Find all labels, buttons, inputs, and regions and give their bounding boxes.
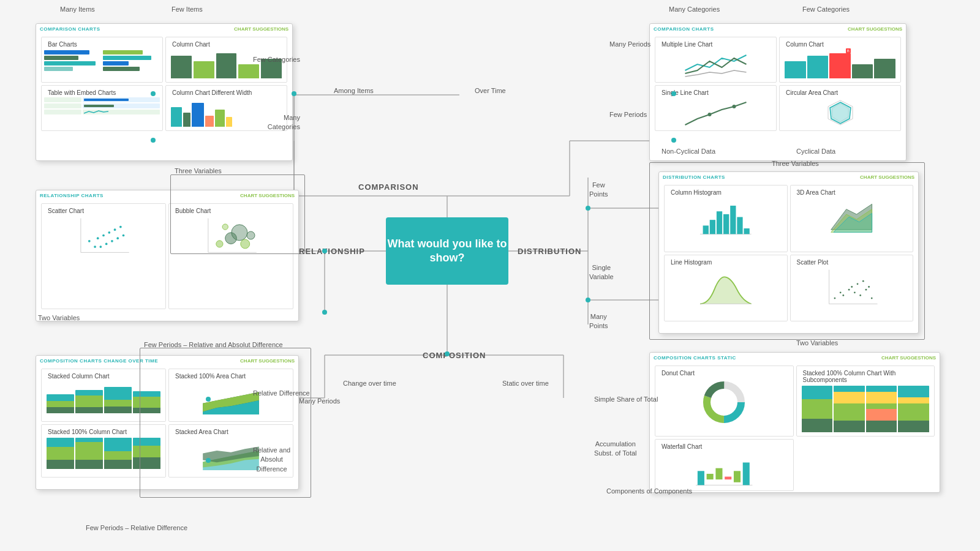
scatter-chart-title: Scatter Chart	[44, 206, 163, 216]
svg-rect-92	[707, 474, 714, 479]
svg-rect-93	[715, 468, 722, 479]
node-over-time	[671, 91, 676, 96]
svg-point-40	[114, 228, 116, 231]
many-categories-label: Many Categories	[251, 113, 300, 132]
distribution-bracket	[649, 162, 925, 340]
waterfall-title: Waterfall Chart	[658, 442, 791, 451]
comparison-label: COMPARISON	[358, 182, 419, 192]
svg-point-38	[108, 231, 110, 234]
svg-point-27	[733, 105, 736, 108]
svg-rect-96	[743, 462, 750, 485]
diagram-container: What would you like to show? COMPARISON …	[0, 0, 980, 551]
non-cyclical-label: Non-Cyclical Data	[662, 147, 715, 156]
many-items-label: Many Items	[60, 5, 95, 14]
node-few-items	[151, 91, 156, 96]
distribution-label: DISTRIBUTION	[518, 247, 581, 256]
many-points-label: ManyPoints	[589, 312, 608, 331]
multi-line-title: Multiple Line Chart	[658, 40, 774, 49]
few-periods-tr-label: Few Periods	[609, 110, 647, 119]
few-categories-label: Few Categories	[251, 55, 300, 64]
card-type-composition-right: COMPOSITION CHARTS STATIC	[654, 355, 736, 361]
single-variable-label: SingleVariable	[589, 263, 614, 282]
many-periods-tr-label: Many Periods	[609, 40, 650, 49]
three-variables-dist-label: Three Variables	[772, 159, 819, 168]
svg-point-42	[119, 226, 122, 228]
relationship-label: RELATIONSHIP	[299, 247, 365, 256]
many-categories-label-tr: Many Categories	[669, 5, 720, 14]
svg-point-33	[88, 240, 91, 242]
svg-rect-91	[698, 471, 704, 485]
two-variables-label: Two Variables	[38, 313, 80, 323]
svg-rect-95	[734, 471, 741, 482]
three-variables-label: Three Variables	[175, 167, 222, 176]
card-suggestion-comp-right: CHART SUGGESTIONS	[881, 355, 936, 361]
circular-area-title: Circular Area Chart	[782, 88, 898, 97]
few-categories-label-tr: Few Categories	[802, 5, 850, 14]
svg-point-43	[123, 234, 125, 237]
svg-point-37	[105, 243, 108, 246]
svg-point-35	[97, 237, 99, 239]
donut-chart-title: Donut Chart	[658, 369, 791, 378]
svg-point-39	[111, 240, 113, 242]
few-periods-absolute-label: Few Periods – Relative and Absolut Diffe…	[144, 340, 283, 350]
node-composition	[445, 351, 450, 356]
over-time-label: Over Time	[475, 87, 506, 94]
svg-point-44	[100, 246, 102, 248]
relative-absolut-label: Relative andAbsolutDifference	[253, 446, 290, 474]
two-variables-dist-label: Two Variables	[796, 339, 838, 348]
stacked-sub-title: Stacked 100% Column Chart With Subcompon…	[799, 369, 932, 384]
among-items-label: Among Items	[334, 87, 374, 94]
node-few-periods	[671, 138, 676, 143]
accumulation-label: AccumulationSubst. of Total	[594, 440, 637, 459]
table-embed-title: Table with Embed Charts	[44, 88, 160, 97]
center-question-box: What would you like to show?	[386, 217, 508, 285]
few-points-label: FewPoints	[589, 181, 608, 200]
composition-bracket	[140, 348, 311, 498]
static-over-time-label: Static over time	[502, 380, 549, 387]
three-variables-bracket	[170, 174, 305, 254]
column-chart-title: Column Chart	[168, 40, 284, 49]
card-type-relationship: RELATIONSHIP CHARTS	[40, 193, 104, 198]
few-items-label: Few Items	[172, 5, 203, 14]
svg-point-89	[712, 390, 736, 414]
node-many-periods-comp	[206, 397, 211, 402]
svg-point-34	[94, 246, 96, 248]
few-periods-relative-label: Few Periods – Relative Difference	[86, 523, 187, 533]
card-type-comparison: COMPARISON CHARTS	[40, 26, 100, 32]
card-suggestion-right: CHART SUGGESTIONS	[848, 26, 902, 32]
components-label: Components of Components	[606, 487, 692, 496]
change-over-time-label: Change over time	[343, 380, 396, 387]
cyclical-label: Cyclical Data	[796, 147, 835, 156]
card-type-comparison-right: COMPARISON CHARTS	[654, 26, 714, 32]
comparison-top-left-card: COMPARISON CHARTS CHART SUGGESTIONS Bar …	[36, 23, 293, 161]
node-relationship	[322, 249, 327, 253]
col-diff-width-title: Column Chart Different Width	[168, 88, 284, 97]
card-suggestion: CHART SUGGESTIONS	[234, 26, 288, 32]
relative-diff-label: Relative Difference	[253, 389, 310, 398]
svg-point-26	[708, 113, 712, 116]
center-text: What would you like to show?	[386, 237, 508, 266]
svg-rect-94	[725, 477, 731, 480]
comparison-top-right-card: COMPARISON CHARTS CHART SUGGESTIONS Mult…	[649, 23, 907, 161]
composition-right-card: COMPOSITION CHARTS STATIC CHART SUGGESTI…	[649, 352, 940, 493]
node-many-points	[586, 298, 590, 302]
simple-share-label: Simple Share of Total	[594, 395, 658, 404]
composition-label: COMPOSITION	[423, 351, 486, 360]
col-chart-right-title: Column Chart	[782, 40, 898, 49]
bar-charts-title: Bar Charts	[44, 40, 160, 49]
node-many-categories	[151, 138, 156, 143]
svg-point-41	[116, 237, 119, 239]
node-among-items	[292, 91, 296, 96]
node-few-points	[586, 206, 590, 211]
node-two-vars	[322, 310, 327, 315]
svg-point-36	[102, 234, 105, 237]
svg-marker-30	[830, 102, 851, 124]
node-few-periods-comp	[206, 458, 211, 463]
